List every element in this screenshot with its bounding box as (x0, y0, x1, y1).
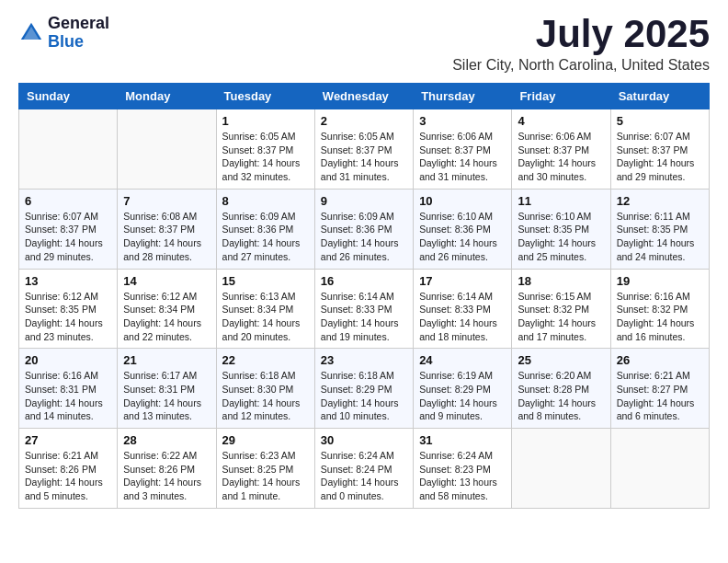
day-number: 15 (222, 274, 309, 288)
calendar-week-1: 1Sunrise: 6:05 AMSunset: 8:37 PMDaylight… (19, 109, 710, 190)
daylight-text: Daylight: 14 hours and 31 minutes. (321, 156, 407, 183)
daylight-text: Daylight: 14 hours and 31 minutes. (419, 156, 506, 183)
day-number: 1 (222, 114, 309, 128)
weekday-header-friday: Friday (512, 84, 610, 109)
day-number: 12 (617, 194, 703, 208)
day-info: Sunrise: 6:22 AMSunset: 8:26 PMDaylight:… (123, 449, 210, 503)
calendar-week-3: 13Sunrise: 6:12 AMSunset: 8:35 PMDayligh… (19, 269, 710, 349)
day-info: Sunrise: 6:15 AMSunset: 8:32 PMDaylight:… (518, 290, 604, 344)
sunrise-text: Sunrise: 6:22 AM (123, 449, 210, 463)
day-number: 28 (123, 433, 210, 447)
sunrise-text: Sunrise: 6:12 AM (25, 290, 111, 304)
calendar-cell (610, 429, 709, 509)
day-info: Sunrise: 6:13 AMSunset: 8:34 PMDaylight:… (222, 290, 309, 344)
day-info: Sunrise: 6:05 AMSunset: 8:37 PMDaylight:… (222, 130, 309, 184)
day-info: Sunrise: 6:24 AMSunset: 8:23 PMDaylight:… (419, 449, 506, 503)
calendar-cell: 3Sunrise: 6:06 AMSunset: 8:37 PMDaylight… (414, 109, 512, 190)
day-info: Sunrise: 6:07 AMSunset: 8:37 PMDaylight:… (617, 130, 703, 184)
calendar-cell: 26Sunrise: 6:21 AMSunset: 8:27 PMDayligh… (610, 349, 709, 429)
sunset-text: Sunset: 8:36 PM (222, 223, 309, 236)
daylight-text: Daylight: 14 hours and 10 minutes. (321, 396, 407, 423)
day-info: Sunrise: 6:16 AMSunset: 8:32 PMDaylight:… (617, 290, 703, 344)
daylight-text: Daylight: 14 hours and 28 minutes. (123, 236, 210, 263)
logo-text: General Blue (48, 15, 109, 52)
daylight-text: Daylight: 14 hours and 26 minutes. (419, 236, 506, 263)
sunset-text: Sunset: 8:32 PM (617, 303, 703, 316)
sunrise-text: Sunrise: 6:21 AM (25, 449, 111, 463)
day-info: Sunrise: 6:05 AMSunset: 8:37 PMDaylight:… (321, 130, 407, 184)
title-block: July 2025 Siler City, North Carolina, Un… (452, 15, 710, 74)
calendar-header: SundayMondayTuesdayWednesdayThursdayFrid… (19, 84, 710, 109)
day-number: 6 (25, 194, 111, 208)
day-number: 3 (419, 114, 506, 128)
calendar-body: 1Sunrise: 6:05 AMSunset: 8:37 PMDaylight… (19, 109, 710, 509)
sunset-text: Sunset: 8:37 PM (419, 144, 506, 157)
calendar-cell: 12Sunrise: 6:11 AMSunset: 8:35 PMDayligh… (610, 189, 709, 269)
daylight-text: Daylight: 14 hours and 13 minutes. (123, 396, 210, 423)
sunrise-text: Sunrise: 6:18 AM (321, 369, 407, 383)
sunrise-text: Sunrise: 6:14 AM (419, 290, 506, 304)
daylight-text: Daylight: 14 hours and 30 minutes. (518, 156, 604, 183)
weekday-header-tuesday: Tuesday (216, 84, 314, 109)
sunrise-text: Sunrise: 6:07 AM (25, 210, 111, 224)
calendar-cell: 22Sunrise: 6:18 AMSunset: 8:30 PMDayligh… (216, 349, 314, 429)
day-info: Sunrise: 6:11 AMSunset: 8:35 PMDaylight:… (617, 210, 703, 264)
sunset-text: Sunset: 8:36 PM (419, 223, 506, 236)
day-info: Sunrise: 6:06 AMSunset: 8:37 PMDaylight:… (419, 130, 506, 184)
day-number: 27 (25, 433, 111, 447)
sunset-text: Sunset: 8:34 PM (123, 303, 210, 316)
sunset-text: Sunset: 8:29 PM (321, 383, 407, 396)
calendar-cell: 6Sunrise: 6:07 AMSunset: 8:37 PMDaylight… (19, 189, 118, 269)
day-info: Sunrise: 6:12 AMSunset: 8:35 PMDaylight:… (25, 290, 111, 344)
daylight-text: Daylight: 14 hours and 6 minutes. (617, 396, 703, 423)
sunset-text: Sunset: 8:31 PM (25, 383, 111, 396)
sunrise-text: Sunrise: 6:21 AM (617, 369, 703, 383)
logo-blue-text: Blue (48, 33, 109, 52)
sunrise-text: Sunrise: 6:24 AM (419, 449, 506, 463)
daylight-text: Daylight: 14 hours and 17 minutes. (518, 316, 604, 343)
sunrise-text: Sunrise: 6:12 AM (123, 290, 210, 304)
sunset-text: Sunset: 8:35 PM (25, 303, 111, 316)
day-info: Sunrise: 6:24 AMSunset: 8:24 PMDaylight:… (321, 449, 407, 503)
location-text: Siler City, North Carolina, United State… (452, 57, 710, 74)
sunset-text: Sunset: 8:26 PM (123, 463, 210, 477)
calendar-cell: 9Sunrise: 6:09 AMSunset: 8:36 PMDaylight… (314, 189, 413, 269)
day-number: 4 (518, 114, 604, 128)
day-number: 11 (518, 194, 604, 208)
day-number: 7 (123, 194, 210, 208)
calendar-cell: 4Sunrise: 6:06 AMSunset: 8:37 PMDaylight… (512, 109, 610, 190)
calendar-cell: 25Sunrise: 6:20 AMSunset: 8:28 PMDayligh… (512, 349, 610, 429)
calendar-cell: 18Sunrise: 6:15 AMSunset: 8:32 PMDayligh… (512, 269, 610, 349)
sunrise-text: Sunrise: 6:24 AM (321, 449, 407, 463)
calendar-cell: 8Sunrise: 6:09 AMSunset: 8:36 PMDaylight… (216, 189, 314, 269)
sunrise-text: Sunrise: 6:18 AM (222, 369, 309, 383)
sunset-text: Sunset: 8:33 PM (419, 303, 506, 316)
sunset-text: Sunset: 8:24 PM (321, 463, 407, 477)
sunrise-text: Sunrise: 6:15 AM (518, 290, 604, 304)
calendar-cell: 2Sunrise: 6:05 AMSunset: 8:37 PMDaylight… (314, 109, 413, 190)
day-info: Sunrise: 6:06 AMSunset: 8:37 PMDaylight:… (518, 130, 604, 184)
sunset-text: Sunset: 8:35 PM (518, 223, 604, 236)
sunrise-text: Sunrise: 6:05 AM (321, 130, 407, 144)
calendar-cell: 17Sunrise: 6:14 AMSunset: 8:33 PMDayligh… (414, 269, 512, 349)
calendar-week-2: 6Sunrise: 6:07 AMSunset: 8:37 PMDaylight… (19, 189, 710, 269)
day-info: Sunrise: 6:18 AMSunset: 8:29 PMDaylight:… (321, 369, 407, 423)
page-header: General Blue July 2025 Siler City, North… (18, 15, 710, 74)
sunset-text: Sunset: 8:33 PM (321, 303, 407, 316)
sunrise-text: Sunrise: 6:17 AM (123, 369, 210, 383)
day-info: Sunrise: 6:08 AMSunset: 8:37 PMDaylight:… (123, 210, 210, 264)
weekday-header-monday: Monday (118, 84, 216, 109)
calendar-week-5: 27Sunrise: 6:21 AMSunset: 8:26 PMDayligh… (19, 429, 710, 509)
sunrise-text: Sunrise: 6:10 AM (419, 210, 506, 224)
day-number: 17 (419, 274, 506, 288)
daylight-text: Daylight: 14 hours and 12 minutes. (222, 396, 309, 423)
day-number: 8 (222, 194, 309, 208)
sunrise-text: Sunrise: 6:14 AM (321, 290, 407, 304)
logo-general-text: General (48, 15, 109, 33)
calendar-table: SundayMondayTuesdayWednesdayThursdayFrid… (18, 83, 710, 509)
daylight-text: Daylight: 14 hours and 18 minutes. (419, 316, 506, 343)
sunset-text: Sunset: 8:28 PM (518, 383, 604, 396)
calendar-cell: 13Sunrise: 6:12 AMSunset: 8:35 PMDayligh… (19, 269, 118, 349)
sunset-text: Sunset: 8:37 PM (321, 144, 407, 157)
sunset-text: Sunset: 8:35 PM (617, 223, 703, 236)
